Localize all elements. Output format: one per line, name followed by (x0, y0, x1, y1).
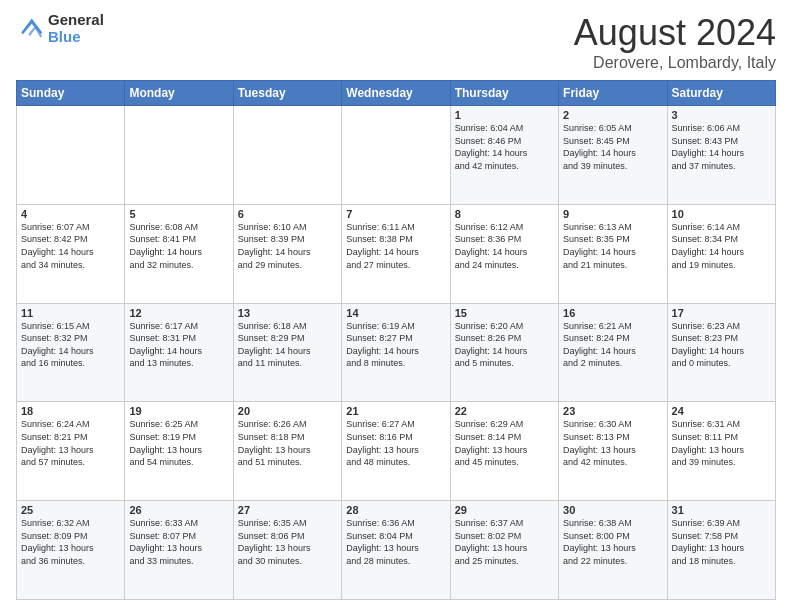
day-info: Sunrise: 6:14 AM Sunset: 8:34 PM Dayligh… (672, 221, 771, 271)
calendar-cell: 19Sunrise: 6:25 AM Sunset: 8:19 PM Dayli… (125, 402, 233, 501)
day-info: Sunrise: 6:21 AM Sunset: 8:24 PM Dayligh… (563, 320, 662, 370)
day-number: 8 (455, 208, 554, 220)
calendar-cell: 6Sunrise: 6:10 AM Sunset: 8:39 PM Daylig… (233, 204, 341, 303)
weekday-header: Saturday (667, 81, 775, 106)
day-info: Sunrise: 6:25 AM Sunset: 8:19 PM Dayligh… (129, 418, 228, 468)
page: General Blue August 2024 Derovere, Lomba… (0, 0, 792, 612)
calendar-cell: 24Sunrise: 6:31 AM Sunset: 8:11 PM Dayli… (667, 402, 775, 501)
day-info: Sunrise: 6:07 AM Sunset: 8:42 PM Dayligh… (21, 221, 120, 271)
calendar-cell: 3Sunrise: 6:06 AM Sunset: 8:43 PM Daylig… (667, 106, 775, 205)
calendar-cell: 21Sunrise: 6:27 AM Sunset: 8:16 PM Dayli… (342, 402, 450, 501)
day-number: 23 (563, 405, 662, 417)
day-number: 20 (238, 405, 337, 417)
day-number: 31 (672, 504, 771, 516)
title-area: August 2024 Derovere, Lombardy, Italy (574, 12, 776, 72)
weekday-header: Monday (125, 81, 233, 106)
calendar-week-row: 4Sunrise: 6:07 AM Sunset: 8:42 PM Daylig… (17, 204, 776, 303)
day-number: 7 (346, 208, 445, 220)
weekday-header: Tuesday (233, 81, 341, 106)
day-info: Sunrise: 6:18 AM Sunset: 8:29 PM Dayligh… (238, 320, 337, 370)
day-info: Sunrise: 6:37 AM Sunset: 8:02 PM Dayligh… (455, 517, 554, 567)
calendar-cell: 29Sunrise: 6:37 AM Sunset: 8:02 PM Dayli… (450, 501, 558, 600)
day-number: 11 (21, 307, 120, 319)
day-number: 21 (346, 405, 445, 417)
day-number: 10 (672, 208, 771, 220)
calendar-cell: 14Sunrise: 6:19 AM Sunset: 8:27 PM Dayli… (342, 303, 450, 402)
day-info: Sunrise: 6:06 AM Sunset: 8:43 PM Dayligh… (672, 122, 771, 172)
weekday-header: Thursday (450, 81, 558, 106)
calendar-cell: 26Sunrise: 6:33 AM Sunset: 8:07 PM Dayli… (125, 501, 233, 600)
calendar-week-row: 25Sunrise: 6:32 AM Sunset: 8:09 PM Dayli… (17, 501, 776, 600)
calendar-cell: 9Sunrise: 6:13 AM Sunset: 8:35 PM Daylig… (559, 204, 667, 303)
day-info: Sunrise: 6:17 AM Sunset: 8:31 PM Dayligh… (129, 320, 228, 370)
day-number: 4 (21, 208, 120, 220)
day-number: 3 (672, 109, 771, 121)
calendar-cell: 23Sunrise: 6:30 AM Sunset: 8:13 PM Dayli… (559, 402, 667, 501)
calendar-cell: 8Sunrise: 6:12 AM Sunset: 8:36 PM Daylig… (450, 204, 558, 303)
day-info: Sunrise: 6:15 AM Sunset: 8:32 PM Dayligh… (21, 320, 120, 370)
day-number: 28 (346, 504, 445, 516)
logo-icon (16, 15, 44, 43)
calendar-cell (125, 106, 233, 205)
weekday-row: SundayMondayTuesdayWednesdayThursdayFrid… (17, 81, 776, 106)
day-number: 30 (563, 504, 662, 516)
day-info: Sunrise: 6:10 AM Sunset: 8:39 PM Dayligh… (238, 221, 337, 271)
day-number: 29 (455, 504, 554, 516)
weekday-header: Sunday (17, 81, 125, 106)
calendar-cell: 22Sunrise: 6:29 AM Sunset: 8:14 PM Dayli… (450, 402, 558, 501)
calendar-cell: 5Sunrise: 6:08 AM Sunset: 8:41 PM Daylig… (125, 204, 233, 303)
calendar-cell: 18Sunrise: 6:24 AM Sunset: 8:21 PM Dayli… (17, 402, 125, 501)
calendar-cell: 1Sunrise: 6:04 AM Sunset: 8:46 PM Daylig… (450, 106, 558, 205)
day-number: 19 (129, 405, 228, 417)
day-info: Sunrise: 6:32 AM Sunset: 8:09 PM Dayligh… (21, 517, 120, 567)
calendar-cell: 25Sunrise: 6:32 AM Sunset: 8:09 PM Dayli… (17, 501, 125, 600)
calendar-week-row: 18Sunrise: 6:24 AM Sunset: 8:21 PM Dayli… (17, 402, 776, 501)
calendar-cell: 12Sunrise: 6:17 AM Sunset: 8:31 PM Dayli… (125, 303, 233, 402)
day-number: 15 (455, 307, 554, 319)
calendar-table: SundayMondayTuesdayWednesdayThursdayFrid… (16, 80, 776, 600)
day-info: Sunrise: 6:33 AM Sunset: 8:07 PM Dayligh… (129, 517, 228, 567)
calendar-cell (342, 106, 450, 205)
day-number: 16 (563, 307, 662, 319)
day-number: 14 (346, 307, 445, 319)
calendar-cell (233, 106, 341, 205)
day-info: Sunrise: 6:23 AM Sunset: 8:23 PM Dayligh… (672, 320, 771, 370)
day-info: Sunrise: 6:38 AM Sunset: 8:00 PM Dayligh… (563, 517, 662, 567)
day-info: Sunrise: 6:19 AM Sunset: 8:27 PM Dayligh… (346, 320, 445, 370)
day-info: Sunrise: 6:31 AM Sunset: 8:11 PM Dayligh… (672, 418, 771, 468)
day-info: Sunrise: 6:35 AM Sunset: 8:06 PM Dayligh… (238, 517, 337, 567)
day-number: 1 (455, 109, 554, 121)
calendar-cell: 2Sunrise: 6:05 AM Sunset: 8:45 PM Daylig… (559, 106, 667, 205)
calendar-cell: 11Sunrise: 6:15 AM Sunset: 8:32 PM Dayli… (17, 303, 125, 402)
calendar-cell: 13Sunrise: 6:18 AM Sunset: 8:29 PM Dayli… (233, 303, 341, 402)
day-info: Sunrise: 6:05 AM Sunset: 8:45 PM Dayligh… (563, 122, 662, 172)
day-number: 24 (672, 405, 771, 417)
day-info: Sunrise: 6:36 AM Sunset: 8:04 PM Dayligh… (346, 517, 445, 567)
location-title: Derovere, Lombardy, Italy (574, 54, 776, 72)
day-number: 5 (129, 208, 228, 220)
day-info: Sunrise: 6:39 AM Sunset: 7:58 PM Dayligh… (672, 517, 771, 567)
logo-general: General (48, 12, 104, 29)
day-info: Sunrise: 6:29 AM Sunset: 8:14 PM Dayligh… (455, 418, 554, 468)
calendar-cell: 20Sunrise: 6:26 AM Sunset: 8:18 PM Dayli… (233, 402, 341, 501)
day-number: 6 (238, 208, 337, 220)
day-info: Sunrise: 6:20 AM Sunset: 8:26 PM Dayligh… (455, 320, 554, 370)
calendar-cell: 10Sunrise: 6:14 AM Sunset: 8:34 PM Dayli… (667, 204, 775, 303)
calendar-body: 1Sunrise: 6:04 AM Sunset: 8:46 PM Daylig… (17, 106, 776, 600)
weekday-header: Friday (559, 81, 667, 106)
day-info: Sunrise: 6:24 AM Sunset: 8:21 PM Dayligh… (21, 418, 120, 468)
day-info: Sunrise: 6:27 AM Sunset: 8:16 PM Dayligh… (346, 418, 445, 468)
day-info: Sunrise: 6:13 AM Sunset: 8:35 PM Dayligh… (563, 221, 662, 271)
calendar-cell: 27Sunrise: 6:35 AM Sunset: 8:06 PM Dayli… (233, 501, 341, 600)
day-info: Sunrise: 6:11 AM Sunset: 8:38 PM Dayligh… (346, 221, 445, 271)
calendar-week-row: 1Sunrise: 6:04 AM Sunset: 8:46 PM Daylig… (17, 106, 776, 205)
day-info: Sunrise: 6:12 AM Sunset: 8:36 PM Dayligh… (455, 221, 554, 271)
calendar-cell: 16Sunrise: 6:21 AM Sunset: 8:24 PM Dayli… (559, 303, 667, 402)
day-number: 22 (455, 405, 554, 417)
day-info: Sunrise: 6:30 AM Sunset: 8:13 PM Dayligh… (563, 418, 662, 468)
day-info: Sunrise: 6:08 AM Sunset: 8:41 PM Dayligh… (129, 221, 228, 271)
day-number: 18 (21, 405, 120, 417)
day-number: 2 (563, 109, 662, 121)
calendar-cell: 4Sunrise: 6:07 AM Sunset: 8:42 PM Daylig… (17, 204, 125, 303)
calendar-cell: 31Sunrise: 6:39 AM Sunset: 7:58 PM Dayli… (667, 501, 775, 600)
